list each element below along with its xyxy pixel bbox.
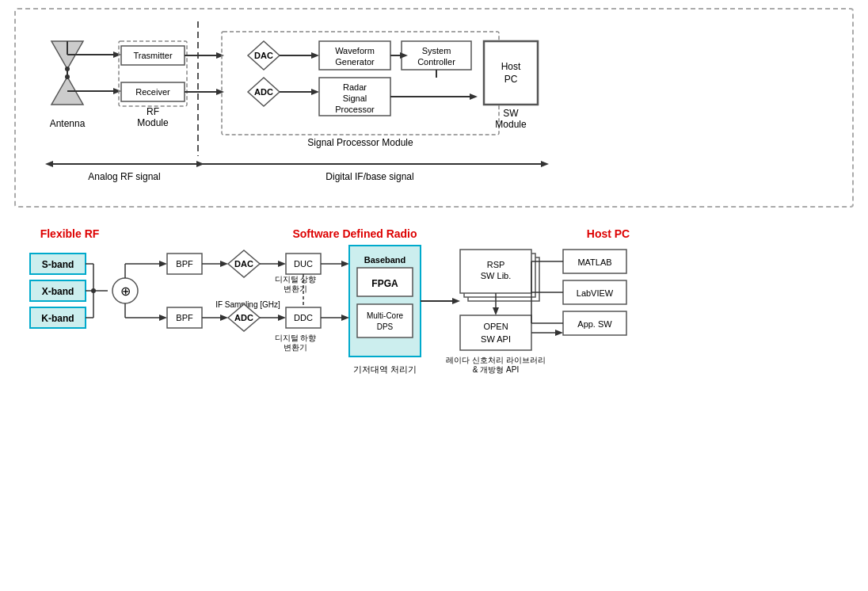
ddc-label: DDC [294,313,313,322]
hostpc-label2: PC [504,74,518,85]
bpf-dac-arrow [220,261,228,267]
bpf-bot-label: BPF [176,313,193,322]
rf-module-label2: Module [137,117,169,128]
adc-rsp-arrow [311,89,319,95]
bottom-diagram: Flexible RF S-band X-band K-band Softwar… [14,222,854,483]
band-dot1 [91,288,96,293]
receiver-label: Receiver [135,87,170,97]
rsp-label1: Radar [343,82,367,92]
multicore-box [357,304,413,337]
lib-label2: & 개방형 API [473,365,519,374]
bpf-top-label: BPF [176,259,193,269]
tx-dac-arrow [216,52,224,59]
sw-module-label: SW [503,108,519,119]
fpga-label: FPGA [371,278,398,289]
bottom-svg: Flexible RF S-band X-band K-band Softwar… [14,222,854,483]
adc-bottom-label: ADC [234,313,253,322]
tx-arrow [113,51,121,58]
flex-rf-title: Flexible RF [40,227,100,240]
digital-if-label: Digital IF/base signal [326,171,413,182]
duc-bb-arrow [341,261,349,267]
rx-adc-arrow [216,89,224,95]
digital-if-arrow [541,161,549,167]
app-sw-label: App. SW [577,319,612,329]
rsp-label2: SW Lib. [481,271,512,280]
rx-arrow [113,88,121,94]
sw-module-label2: Module [495,119,527,130]
ddc-bb-arrow [341,315,349,321]
transmitter-label: Trasmitter [133,51,172,60]
hostpc-label1: Host [501,61,521,72]
top-diagram-svg: Antenna Trasmitter Receiver RF Module DA… [28,17,836,200]
adc-label: ADC [254,87,273,97]
hostpc-box [484,41,538,105]
open-sw-label2: SW API [481,334,511,344]
baseband-title-label: Baseband [364,255,406,265]
multicore-label1: Multi-Core [367,311,404,320]
rsp-hpc-arrow [470,93,478,100]
hostpc-title-bottom: Host PC [587,227,630,240]
labview-label: LabVIEW [577,288,614,298]
x-band-label: X-band [42,286,74,297]
open-sw-label1: OPEN [483,322,508,331]
syscontroller-label2: Controller [417,57,455,67]
digital-up-label1: 디지털 상향 [275,275,317,284]
duc-label: DUC [294,259,313,269]
digital-down-label1: 디지털 하향 [275,334,317,342]
dac-wfg-arrow [311,52,319,59]
matlab-label: MATLAB [577,257,611,267]
adc-ddc-arrow [278,315,286,321]
bpf2-adc-arrow [220,315,228,321]
multicore-label2: DPS [377,322,394,331]
mixer-plus: ⊕ [120,284,131,298]
analog-rf-label: Analog RF signal [88,171,160,182]
lib-label1: 레이다 신호처리 라이브러리 [446,356,546,364]
bb-hpc-arrow [452,298,460,304]
dac-duc-arrow [278,261,286,267]
rsp-osw-arrow [493,307,499,315]
wfg-label1: Waveform [335,46,375,55]
antenna-label: Antenna [50,118,86,129]
rsp-label2: Signal [343,93,367,103]
dac-bottom-label: DAC [234,259,253,269]
k-band-label: K-band [41,313,74,324]
rsp-label3: Processor [335,105,375,114]
wfg-label2: Generator [335,57,375,67]
osw-right-arrow [555,330,563,336]
dac-label: DAC [254,51,273,60]
digital-down-label2: 변환기 [284,343,307,352]
sp-module-label: Signal Processor Module [307,137,413,148]
baseband-proc-label: 기저대역 처리기 [353,364,417,374]
top-diagram: Antenna Trasmitter Receiver RF Module DA… [14,8,854,208]
to-bpf1-arrow [159,261,167,267]
to-bpf2-arrow [159,315,167,321]
open-sw-box [460,315,531,350]
syscontroller-label1: System [422,46,451,55]
sdr-title: Software Defined Radio [292,227,417,240]
rsp-label1: RSP [487,260,505,269]
analog-rf-arrow-left [45,161,53,167]
rf-module-label: RF [147,106,159,117]
s-band-label: S-band [42,259,74,270]
